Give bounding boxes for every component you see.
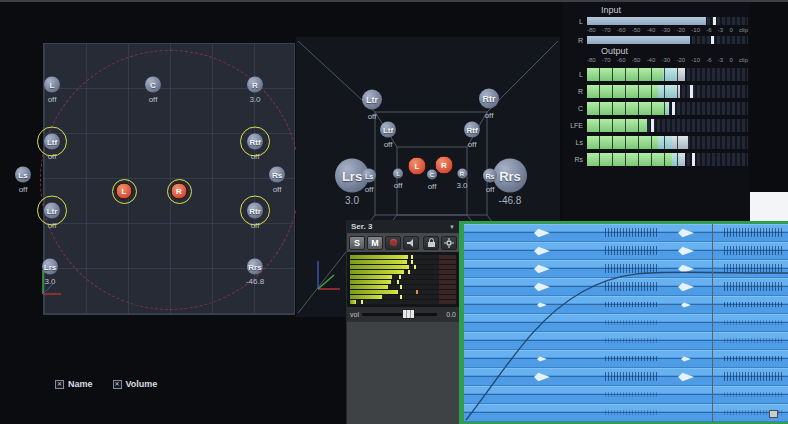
speaker-Ltf[interactable]: Ltfoff <box>44 134 60 161</box>
speaker-Lrs[interactable]: Lrs3.0 <box>42 259 58 286</box>
waveform-transient <box>537 356 547 362</box>
speaker-L[interactable]: Loff <box>44 77 60 104</box>
pan-puck-R[interactable]: R <box>171 183 188 200</box>
speaker-value: off <box>44 152 60 161</box>
input-meter-R: R <box>565 36 748 44</box>
strip-meter-row <box>350 280 456 284</box>
speaker-Ls[interactable]: Lsoff <box>362 169 376 194</box>
waveform-transient <box>534 282 550 292</box>
speaker-Ltf[interactable]: Ltfoff <box>380 122 396 149</box>
pan-puck-ball: R <box>435 156 454 175</box>
speaker-ball: Rtr <box>479 89 499 109</box>
speaker-ball: Rs <box>483 169 497 183</box>
speaker-Rrs[interactable]: Rrs-46.8 <box>246 259 264 286</box>
scale-tick: -70 <box>602 57 611 64</box>
speaker-ball: Ls <box>362 169 376 183</box>
monitor-button[interactable] <box>403 236 419 250</box>
channel-strip-titlebar[interactable]: Ser. 3 ▼ <box>347 220 459 233</box>
speaker-Ltr[interactable]: Ltroff <box>362 90 382 121</box>
scale-tick: -40 <box>647 27 656 34</box>
strip-peak-marker <box>361 300 363 304</box>
legend-volume-toggle[interactable]: ✕ Volume <box>113 379 158 389</box>
meter-label: C <box>565 105 587 112</box>
scale-tick: -10 <box>691 57 700 64</box>
scale-tick: -80 <box>587 57 596 64</box>
meter-track <box>587 119 748 132</box>
solo-button[interactable]: S <box>349 236 365 250</box>
speaker-ball: Ls <box>15 167 31 183</box>
speaker-ball: L <box>393 169 403 179</box>
volume-slider-handle[interactable] <box>402 309 415 319</box>
speaker-ball: Lrs <box>42 259 58 275</box>
speaker-R[interactable]: R3.0 <box>247 77 263 104</box>
speaker-value: off <box>44 95 60 104</box>
chevron-down-icon[interactable]: ▼ <box>449 224 455 230</box>
strip-peak-marker <box>400 295 402 299</box>
pan-puck-R[interactable]: R <box>435 156 454 175</box>
background-window-patch <box>750 192 788 222</box>
panner-legend: ✕ Name ✕ Volume <box>55 379 157 389</box>
peak-marker <box>690 85 693 98</box>
event-resize-handle[interactable] <box>769 410 778 418</box>
waveform-transient <box>534 372 550 382</box>
volume-slider[interactable] <box>362 313 437 316</box>
scale-tick: -6 <box>706 27 711 34</box>
channel-buttons-row: S M <box>347 233 459 252</box>
legend-name-toggle[interactable]: ✕ Name <box>55 379 93 389</box>
scale-tick: -20 <box>676 57 685 64</box>
speaker-ball: Rtr <box>247 203 263 219</box>
speaker-value: off <box>145 95 161 104</box>
checkbox-icon: ✕ <box>113 380 122 389</box>
panner-2d-view[interactable]: LoffCoffR3.0LtfoffRtfoffLsoffRsoffLtroff… <box>43 43 295 315</box>
pan-puck-L[interactable]: L <box>116 183 133 200</box>
speaker-ball: R <box>457 169 467 179</box>
scale-tick: clip <box>739 57 748 64</box>
speaker-Rs[interactable]: Rsoff <box>269 167 285 194</box>
waveform-transient <box>534 264 550 274</box>
event-lane <box>464 404 788 422</box>
speaker-value: off <box>247 221 263 230</box>
speaker-L[interactable]: Loff <box>393 169 403 190</box>
strip-meter-row <box>350 265 456 269</box>
speaker-Rtf[interactable]: Rtfoff <box>247 134 263 161</box>
speaker-value: off <box>380 140 396 149</box>
speaker-Rs[interactable]: Rsoff <box>483 169 497 194</box>
speaker-R[interactable]: R3.0 <box>456 169 467 190</box>
speaker-ball: Rrs <box>247 259 263 275</box>
meter-label: Rs <box>565 156 587 163</box>
audio-event[interactable] <box>459 221 788 424</box>
meter-track <box>587 102 748 115</box>
scale-tick: -3 <box>718 57 723 64</box>
channel-title: Ser. 3 <box>351 222 372 231</box>
record-enable-button[interactable] <box>385 236 401 250</box>
event-lane <box>464 314 788 332</box>
speaker-Rtf[interactable]: Rtfoff <box>464 122 480 149</box>
waveform-transient <box>678 282 694 292</box>
speaker-value: -46.8 <box>493 195 527 206</box>
speaker-Rtr[interactable]: Rtroff <box>247 203 263 230</box>
speaker-Rtr[interactable]: Rtroff <box>479 89 499 120</box>
speaker-value: off <box>362 185 376 194</box>
peak-marker <box>651 119 654 132</box>
speaker-Ls[interactable]: Lsoff <box>15 167 31 194</box>
settings-button[interactable] <box>441 236 457 250</box>
checkbox-icon: ✕ <box>55 380 64 389</box>
pan-puck-L[interactable]: L <box>408 157 427 176</box>
speaker-Rrs[interactable]: Rrs-46.8 <box>493 159 527 206</box>
lock-button[interactable] <box>423 236 439 250</box>
speaker-ball: L <box>44 77 60 93</box>
playhead-line <box>712 224 713 422</box>
speaker-C[interactable]: Coff <box>145 77 161 104</box>
output-meter-scale: -80-70-60-50-40-30-20-10-6-30clip <box>587 57 748 64</box>
speaker-value: 3.0 <box>247 95 263 104</box>
waveform-transient <box>537 302 547 308</box>
strip-peak-marker <box>411 255 413 259</box>
waveform-transient <box>534 246 550 256</box>
speaker-value: 3.0 <box>42 277 58 286</box>
speaker-Ltr[interactable]: Ltroff <box>44 203 60 230</box>
mute-button[interactable]: M <box>367 236 383 250</box>
peak-marker <box>672 102 675 115</box>
scale-tick: -60 <box>617 27 626 34</box>
event-lane <box>464 386 788 404</box>
level-meters-panel: Input L-80-70-60-50-40-30-20-10-6-30clip… <box>563 2 750 228</box>
